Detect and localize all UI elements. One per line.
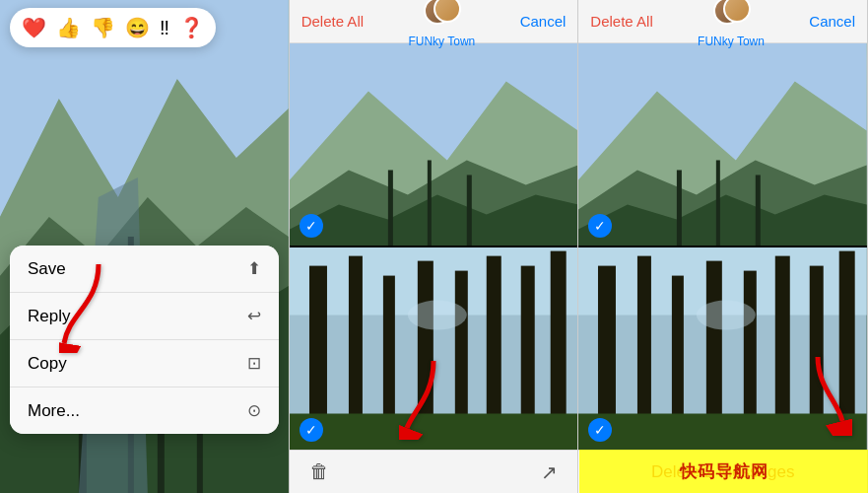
menu-copy-label: Copy	[28, 354, 67, 374]
reaction-heart[interactable]: ❤️	[22, 16, 46, 39]
reply-icon: ↩	[247, 306, 261, 326]
check-mark-3: ✓	[594, 219, 606, 233]
panel2-avatar-group: FUNky Town	[408, 0, 475, 48]
watermark-text: 快码导航网	[680, 460, 768, 483]
panel3-photo-cell-2[interactable]: ✓	[578, 247, 867, 450]
panel2-cancel[interactable]: Cancel	[520, 13, 567, 30]
reaction-thumbsdown[interactable]: 👎	[91, 16, 115, 39]
context-menu: Save ⬆ Reply ↩ Copy ⊡ More... ⊙	[10, 246, 279, 434]
svg-rect-15	[428, 160, 432, 246]
panel3-group-name[interactable]: FUNky Town	[698, 35, 765, 48]
share-icon[interactable]: ↗	[541, 460, 558, 484]
avatar-stack-3	[713, 0, 749, 31]
reaction-question[interactable]: ❓	[179, 16, 204, 39]
panel2-photo-grid: ✓ ✓	[290, 43, 578, 450]
svg-rect-14	[388, 170, 393, 246]
panel-3: Delete All FUNky Town Cancel ✓	[578, 0, 868, 493]
check-2[interactable]: ✓	[300, 418, 323, 442]
reaction-bar: ❤️ 👍 👎 😄 ‼️ ❓	[10, 8, 216, 47]
menu-reply-label: Reply	[28, 307, 70, 326]
svg-rect-36	[756, 175, 761, 246]
reaction-haha[interactable]: 😄	[125, 16, 150, 39]
avatar-2	[434, 0, 461, 23]
svg-marker-27	[290, 413, 578, 450]
panel2-delete-all[interactable]: Delete All	[301, 13, 364, 30]
save-icon: ⬆	[247, 258, 261, 279]
svg-rect-34	[677, 170, 682, 246]
menu-more-label: More...	[28, 401, 80, 421]
svg-point-28	[408, 301, 467, 330]
menu-item-copy[interactable]: Copy ⊡	[10, 340, 279, 387]
svg-rect-35	[716, 160, 720, 246]
svg-marker-47	[578, 413, 867, 450]
panel2-header: Delete All FUNky Town Cancel	[290, 0, 578, 43]
panel3-cancel[interactable]: Cancel	[809, 13, 855, 30]
more-icon: ⊙	[247, 400, 261, 421]
panel3-avatar-group: FUNky Town	[698, 0, 765, 48]
photo-cell-2[interactable]: ✓	[290, 247, 578, 450]
panel3-header: Delete All FUNky Town Cancel	[578, 0, 867, 43]
panel2-group-name[interactable]: FUNky Town	[408, 35, 475, 48]
menu-item-more[interactable]: More... ⊙	[10, 387, 279, 434]
menu-save-label: Save	[28, 259, 66, 279]
menu-item-reply[interactable]: Reply ↩	[10, 293, 279, 340]
panel3-photo-cell-1[interactable]: ✓	[578, 43, 867, 246]
copy-icon: ⊡	[247, 353, 261, 374]
check-mark-1: ✓	[305, 219, 317, 233]
panel-2: Delete All FUNky Town Cancel ✓	[290, 0, 579, 493]
panel-1: ❤️ 👍 👎 😄 ‼️ ❓ Save ⬆ Reply ↩ Copy ⊡ More…	[0, 0, 290, 493]
trash-icon[interactable]: 🗑	[309, 460, 329, 483]
reaction-thumbsup[interactable]: 👍	[56, 16, 81, 39]
avatar-stack	[424, 0, 459, 31]
menu-item-save[interactable]: Save ⬆	[10, 246, 279, 293]
panel2-toolbar: 🗑 ↗	[290, 450, 578, 493]
photo-cell-1[interactable]: ✓	[290, 43, 578, 246]
svg-point-48	[697, 301, 756, 330]
panel3-delete-all[interactable]: Delete All	[590, 13, 652, 30]
avatar-4	[723, 0, 751, 23]
watermark-bar: 快码导航网	[579, 450, 868, 493]
svg-rect-16	[466, 175, 471, 246]
check-mark-2: ✓	[305, 423, 317, 437]
check-mark-4: ✓	[594, 423, 606, 437]
check-1[interactable]: ✓	[300, 214, 323, 238]
panel3-photo-grid: ✓ ✓	[578, 43, 867, 450]
reaction-emphasis[interactable]: ‼️	[160, 17, 169, 39]
